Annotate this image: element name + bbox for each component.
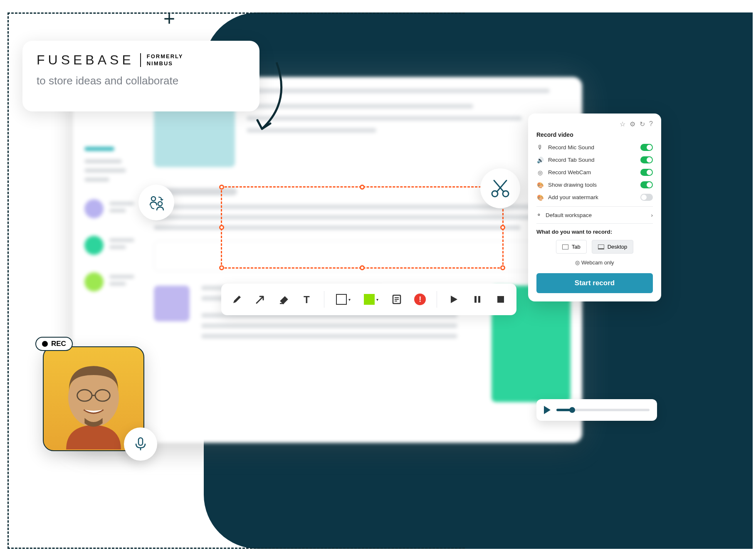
play-button[interactable] [447, 292, 460, 307]
toggle-watermark[interactable] [640, 194, 653, 201]
toggle-drawing[interactable] [640, 181, 653, 188]
fusebase-card: FUSEBASE FORMERLY NIMBUS to store ideas … [22, 41, 259, 111]
crop-selection[interactable] [221, 186, 504, 269]
svg-rect-11 [474, 296, 477, 303]
text-tool[interactable]: T [301, 292, 314, 307]
shape-tool[interactable]: ▾ [334, 292, 352, 307]
target-icon: ◎ [575, 259, 580, 266]
play-button[interactable] [544, 406, 551, 414]
pencil-tool[interactable] [230, 292, 244, 307]
opt-watermark: 🎨 Add your watermark [536, 194, 653, 201]
svg-point-1 [158, 202, 162, 206]
tab-icon [562, 244, 568, 249]
workspace-selector[interactable]: ⚬ Default workspace › [536, 212, 653, 218]
mic-icon: 🎙 [536, 144, 544, 151]
webcam-icon: ◎ [536, 169, 544, 176]
workspace-icon: ⚬ [536, 212, 541, 218]
record-mode-title: What do you want to record: [536, 229, 653, 235]
audio-player [536, 399, 657, 421]
sidebar-item[interactable] [84, 199, 141, 218]
mode-tab-button[interactable]: Tab [556, 240, 587, 254]
chevron-right-icon: › [651, 212, 653, 218]
rec-badge: REC [35, 337, 73, 351]
watermark-icon: 🎨 [536, 194, 544, 201]
sidebar-item[interactable] [84, 236, 141, 255]
palette-icon: 🎨 [536, 182, 544, 188]
alert-tool[interactable]: ! [413, 292, 427, 307]
svg-rect-12 [478, 296, 480, 303]
rec-dot-icon [42, 341, 48, 347]
opt-webcam: ◎ Record WebCam [536, 169, 653, 176]
svg-rect-18 [138, 438, 143, 445]
refresh-icon[interactable]: ↻ [640, 120, 645, 128]
fusebase-formerly: FORMERLY NIMBUS [140, 53, 183, 67]
fusebase-logo-text: FUSEBASE [37, 52, 134, 68]
mode-desktop-button[interactable]: Desktop [592, 240, 634, 254]
opt-mic: 🎙 Record Mic Sound [536, 144, 653, 151]
notes-tool[interactable] [390, 292, 403, 307]
speaker-icon: 🔊 [536, 157, 544, 163]
toggle-webcam[interactable] [640, 169, 653, 176]
gear-icon[interactable]: ⚙ [630, 120, 635, 128]
collaborate-icon [138, 185, 174, 220]
desktop-icon [598, 244, 604, 249]
fusebase-tagline: to store ideas and collaborate [37, 74, 245, 87]
plus-icon: + [163, 7, 175, 30]
svg-text:T: T [304, 294, 310, 305]
webcam-only-button[interactable]: ◎ Webcam only [536, 259, 653, 266]
toggle-mic[interactable] [640, 144, 653, 151]
start-record-button[interactable]: Start record [536, 273, 653, 293]
rec-label: REC [51, 340, 66, 348]
svg-rect-13 [497, 296, 504, 303]
annotation-toolbar: T ▾ ▾ ! [221, 284, 516, 315]
sidebar-item[interactable] [84, 272, 141, 291]
color-tool[interactable]: ▾ [362, 292, 380, 307]
microphone-icon [124, 427, 157, 461]
stop-button[interactable] [494, 292, 507, 307]
eraser-tool[interactable] [277, 292, 291, 307]
record-panel: ☆ ⚙ ↻ ? Record video 🎙 Record Mic Sound … [528, 114, 661, 301]
opt-tab-sound: 🔊 Record Tab Sound [536, 156, 653, 163]
scissors-icon [480, 168, 520, 208]
pause-button[interactable] [471, 292, 484, 307]
help-icon[interactable]: ? [649, 120, 653, 128]
arrow-tool[interactable] [254, 292, 267, 307]
progress-track[interactable] [556, 409, 650, 411]
star-icon[interactable]: ☆ [620, 120, 625, 128]
panel-title: Record video [536, 131, 653, 138]
progress-knob[interactable] [569, 407, 575, 413]
svg-point-0 [151, 197, 156, 201]
toggle-tab[interactable] [640, 156, 653, 163]
opt-drawing: 🎨 Show drawing tools [536, 181, 653, 188]
